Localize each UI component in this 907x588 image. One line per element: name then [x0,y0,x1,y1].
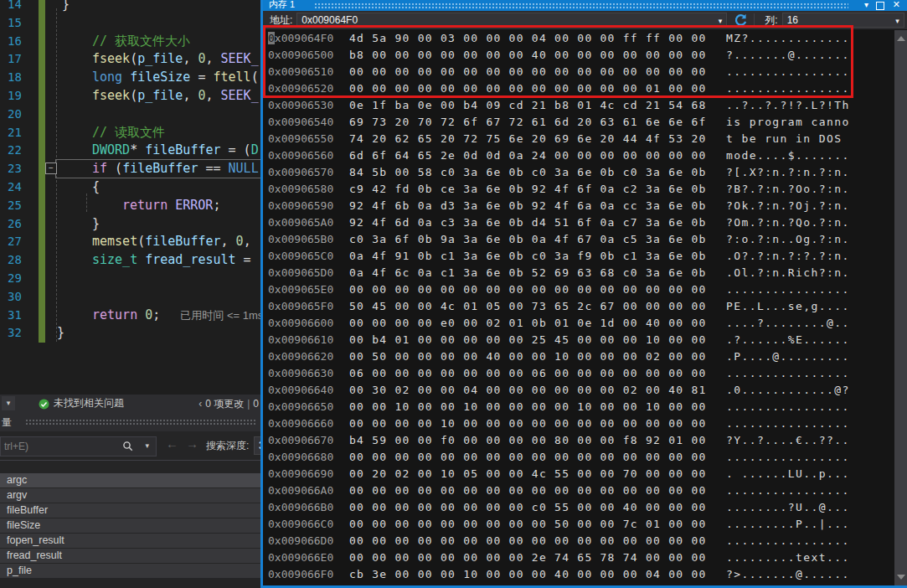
memory-ascii[interactable]: mode....$....... [726,147,850,164]
memory-ascii[interactable]: .P....@......... [726,348,850,365]
memory-ascii[interactable]: ....?........@.. [726,315,850,332]
pin-icon[interactable] [876,2,884,10]
memory-row[interactable]: 0x009065606d 6f 64 65 2e 0d 0d 0a 24 00 … [263,147,894,164]
memory-ascii[interactable]: ?Ok.?:n.?Oj.?:n. [726,198,850,214]
search-icon[interactable] [122,441,134,456]
memory-row[interactable]: 0x00906580c9 42 fd 0b ce 3a 6e 0b 92 4f … [263,181,894,198]
memory-row[interactable]: 0x0090655074 20 62 65 20 72 75 6e 20 69 … [263,131,894,147]
code-line[interactable]: 29 [0,269,260,287]
vertical-scrollbar[interactable] [894,30,907,585]
memory-ascii[interactable]: ?[.X?:n.?:n.?:n. [726,164,850,181]
memory-row[interactable]: 0x009065C00a 4f 91 0b c1 3a 6e 0b c0 3a … [263,248,894,265]
perf-tip[interactable]: 已用时间 <= 1ms [180,309,260,322]
memory-ascii[interactable]: ................ [726,533,850,549]
code-line[interactable]: 18long fileSize = ftell( [0,68,260,86]
memory-hex-bytes[interactable]: 00 00 00 00 00 00 00 00 c0 55 00 00 40 0… [349,499,724,516]
memory-window-titlebar[interactable]: 内存 1 ▾ ✕ [260,0,907,11]
memory-row[interactable]: 0x0090668000 00 00 00 00 00 00 00 00 00 … [263,449,894,466]
memory-hex-bytes[interactable]: b4 59 00 00 f0 00 00 00 00 80 00 00 f8 9… [349,432,724,449]
memory-ascii[interactable]: .Ol.?:n.Rich?:n. [726,265,850,281]
memory-ascii[interactable]: ................ [726,449,850,466]
code-line[interactable]: 15 [0,13,260,32]
memory-ascii[interactable]: .O?.?:n.?:?.?:n. [726,248,850,265]
back-arrow-icon[interactable]: ← [166,436,178,451]
variable-row[interactable]: argv [0,488,260,503]
memory-row[interactable]: 0x009065B0c0 3a 6f 0b 9a 3a 6e 0b 0a 4f … [263,231,894,248]
memory-hex-bytes[interactable]: c9 42 fd 0b ce 3a 6e 0b 92 4f 6f 0a c2 3… [349,181,724,198]
code-line[interactable]: 31return 0;已用时间 <= 1ms [0,306,260,324]
memory-ascii[interactable]: ?Om.?:n.?Qo.?:n. [726,214,850,231]
chevron-down-icon[interactable]: ▾ [2,396,15,410]
memory-ascii[interactable]: ?B?.?:n.?Oo.?:n. [726,181,850,198]
chevron-left-icon[interactable]: ‹ [198,398,202,410]
memory-ascii[interactable]: ?:o.?:n..Og.?:n. [726,231,850,248]
memory-hex-bytes[interactable]: 00 00 00 00 00 00 00 00 00 00 00 00 00 0… [349,482,724,499]
memory-row[interactable]: 0x009065300e 1f ba 0e 00 b4 09 cd 21 b8 … [263,97,894,114]
memory-hex-bytes[interactable]: 69 73 20 70 72 6f 67 72 61 6d 20 63 61 6… [349,114,724,131]
memory-hex-bytes[interactable]: 06 00 00 00 00 00 00 00 06 00 00 00 00 0… [349,365,724,382]
fold-collapse-icon[interactable]: − [45,162,57,174]
memory-hex-bytes[interactable]: cb 3e 00 00 00 10 00 00 00 40 00 00 00 0… [349,566,724,583]
memory-hex-bytes[interactable]: 50 45 00 00 4c 01 05 00 73 65 2c 67 00 0… [349,298,724,315]
memory-hex-bytes[interactable]: 00 00 00 00 00 00 00 00 00 00 00 00 00 0… [349,281,724,298]
memory-ascii[interactable]: ................ [726,482,850,499]
memory-hex-bytes[interactable]: 00 00 00 00 e0 00 02 01 0b 01 0e 1d 00 4… [349,315,724,332]
variable-row[interactable]: fopen_result [0,534,260,548]
memory-hex-bytes[interactable]: c0 3a 6f 0b 9a 3a 6e 0b 0a 4f 67 0a c5 3… [349,231,724,248]
code-line[interactable]: 25return ERROR; [0,196,260,214]
memory-ascii[interactable]: ................ [726,399,850,415]
memory-ascii[interactable]: .........P..|... [726,516,850,533]
code-line[interactable]: 32} [0,323,260,342]
memory-row[interactable]: 0x0090657084 5b 00 58 c0 3a 6e 0b c0 3a … [263,164,894,181]
memory-hex-bytes[interactable]: 00 00 10 00 00 10 00 00 00 00 10 00 00 1… [349,399,724,415]
search-depth-select[interactable]: 3 [254,436,260,455]
drag-grip-dots[interactable] [314,3,848,9]
memory-hex-bytes[interactable]: 0a 4f 91 0b c1 3a 6e 0b c0 3a f9 0b c1 3… [349,248,724,265]
code-line[interactable]: 24{ [0,178,260,196]
memory-row[interactable]: 0x0090661000 b4 01 00 00 00 00 00 25 45 … [263,332,894,348]
memory-row[interactable]: 0x009065A092 4f 6d 0a c3 3a 6e 0b d4 51 … [263,214,894,231]
scroll-up-icon[interactable] [897,36,905,41]
code-line[interactable]: 16// 获取文件大小 [0,32,260,50]
chevron-down-icon[interactable]: ▾ [895,14,899,28]
forward-arrow-icon[interactable]: → [186,436,198,451]
memory-hex-bytes[interactable]: 00 00 00 00 00 00 00 00 00 00 00 00 00 0… [349,533,724,549]
memory-hex-bytes[interactable]: 92 4f 6d 0a c3 3a 6e 0b d4 51 6f 0a c7 3… [349,214,724,231]
memory-ascii[interactable]: PE..L...se,g.... [726,298,850,315]
memory-ascii[interactable]: .?......%E...... [726,332,850,348]
variable-row[interactable]: argc [0,473,260,487]
code-line[interactable]: 21// 读取文件 [0,123,260,142]
memory-row[interactable]: 0x0090660000 00 00 00 e0 00 02 01 0b 01 … [263,315,894,332]
memory-row[interactable]: 0x009066C000 00 00 00 00 00 00 00 00 50 … [263,516,894,533]
memory-hex-bytes[interactable]: 00 b4 01 00 00 00 00 00 25 45 00 00 00 1… [349,332,724,348]
variable-row[interactable]: fileSize [0,518,260,533]
memory-ascii[interactable]: .0............@? [726,382,850,399]
memory-row[interactable]: 0x0090665000 00 10 00 00 10 00 00 00 00 … [263,399,894,415]
code-line[interactable]: 22DWORD* fileBuffer = (D [0,141,260,159]
code-line[interactable]: 17fseek(p_file, 0, SEEK_ [0,49,260,68]
memory-ascii[interactable]: ..?..?.?!?.L?!Th [726,97,850,114]
memory-row[interactable]: 0x0090662000 50 00 00 00 00 40 00 00 10 … [263,348,894,365]
variable-row[interactable]: fileBuffer [0,503,260,518]
memory-hex-bytes[interactable]: 00 00 00 00 10 00 00 00 00 00 00 00 00 0… [349,415,724,432]
memory-hex-bytes[interactable]: 00 30 02 00 00 04 00 00 00 00 00 00 02 0… [349,382,724,399]
code-line[interactable]: 14} [0,0,260,13]
code-line[interactable]: 28size_t fread_result = [0,250,260,269]
memory-ascii[interactable]: ................ [726,415,850,432]
memory-row[interactable]: 0x00906670b4 59 00 00 f0 00 00 00 00 80 … [263,432,894,449]
memory-row[interactable]: 0x009065D00a 4f 6c 0a c1 3a 6e 0b 52 69 … [263,265,894,281]
memory-row[interactable]: 0x0090669000 20 02 00 10 05 00 00 4c 55 … [263,466,894,482]
memory-hex-bytes[interactable]: 00 00 00 00 00 00 00 00 2e 74 65 78 74 0… [349,549,724,566]
memory-row[interactable]: 0x009066B000 00 00 00 00 00 00 00 c0 55 … [263,499,894,516]
variable-row[interactable]: p_file [0,564,260,578]
changes-indicator[interactable]: ‹0 项更改|0 [198,397,259,411]
memory-hex-bytes[interactable]: 6d 6f 64 65 2e 0d 0d 0a 24 00 00 00 00 0… [349,147,724,164]
window-position-icon[interactable]: ▾ [864,0,868,10]
code-line[interactable]: 19fseek(p_file, 0, SEEK_ [0,86,260,105]
code-line[interactable]: 30 [0,287,260,306]
scroll-down-icon[interactable] [897,575,905,580]
memory-row[interactable]: 0x009066E000 00 00 00 00 00 00 00 2e 74 … [263,549,894,566]
memory-row[interactable]: 0x0090659092 4f 6b 0a d3 3a 6e 0b 92 4f … [263,198,894,214]
memory-hex-bytes[interactable]: 00 00 00 00 00 00 00 00 00 00 00 00 00 0… [349,449,724,466]
code-line[interactable]: 26} [0,214,260,233]
